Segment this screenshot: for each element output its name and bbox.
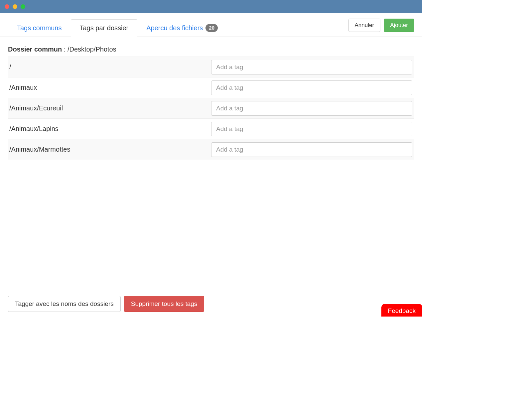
folder-row: /Animaux [8, 77, 414, 98]
folder-path: /Animaux [8, 84, 211, 91]
cancel-button[interactable]: Annuler [348, 19, 381, 32]
tabs: Tags communs Tags par dossier Apercu des… [8, 19, 227, 37]
folder-path: /Animaux/Ecureuil [8, 104, 211, 112]
folder-tag-cell [211, 57, 414, 77]
folder-tag-cell [211, 140, 414, 160]
tab-tags-par-dossier[interactable]: Tags par dossier [71, 19, 138, 37]
folder-tag-cell [211, 78, 414, 98]
tag-input[interactable] [211, 60, 412, 74]
window-maximize-icon[interactable] [21, 4, 25, 9]
window-close-icon[interactable] [5, 4, 9, 9]
tab-apercu-fichiers[interactable]: Apercu des fichiers 20 [137, 19, 227, 37]
tag-with-folder-names-button[interactable]: Tagger avec les noms des dossiers [8, 296, 121, 312]
window-minimize-icon[interactable] [13, 4, 17, 9]
tab-tags-communs[interactable]: Tags communs [8, 19, 71, 37]
folder-row: /Animaux/Ecureuil [8, 98, 414, 118]
tag-input[interactable] [211, 122, 412, 136]
tag-input[interactable] [211, 101, 412, 116]
delete-all-tags-button[interactable]: Supprimer tous les tags [124, 296, 204, 312]
folder-row: /Animaux/Marmottes [8, 139, 414, 160]
content: Dossier commun : /Desktop/Photos / /Anim… [0, 37, 422, 160]
window-titlebar [0, 0, 422, 13]
folder-path: /Animaux/Marmottes [8, 146, 211, 153]
folder-tag-cell [211, 119, 414, 139]
file-count-badge: 20 [205, 24, 218, 32]
common-folder-line: Dossier commun : /Desktop/Photos [8, 46, 414, 53]
feedback-button[interactable]: Feedback [381, 304, 422, 317]
header-row: Tags communs Tags par dossier Apercu des… [0, 13, 422, 37]
common-folder-label: Dossier commun [8, 46, 62, 53]
folder-path: /Animaux/Lapins [8, 125, 211, 133]
folder-row: /Animaux/Lapins [8, 118, 414, 139]
footer: Tagger avec les noms des dossiers Suppri… [8, 296, 204, 312]
folder-row: / [8, 57, 414, 77]
folder-tag-cell [211, 98, 414, 118]
add-button[interactable]: Ajouter [384, 19, 414, 32]
folder-rows: / /Animaux /Animaux/Ecureuil /Animaux/La… [8, 57, 414, 160]
header-buttons: Annuler Ajouter [348, 19, 414, 37]
tag-input[interactable] [211, 80, 412, 95]
folder-path: / [8, 63, 211, 71]
common-folder-separator: : [62, 46, 67, 53]
tag-input[interactable] [211, 142, 412, 157]
common-folder-path: /Desktop/Photos [67, 46, 116, 53]
tab-apercu-label: Apercu des fichiers [146, 24, 203, 32]
